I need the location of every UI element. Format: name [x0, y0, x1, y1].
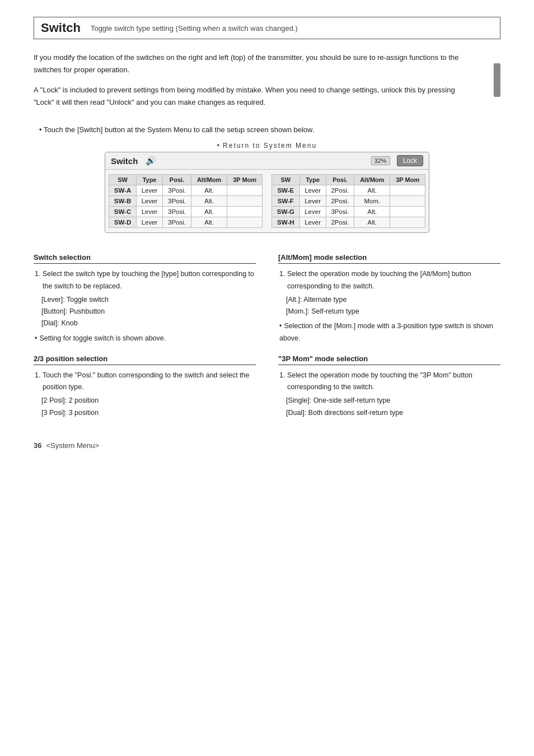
- col-header-3pmom-r: 3P Mom: [390, 175, 425, 185]
- altmom-section: [Alt/Mom] mode selection Select the oper…: [278, 253, 500, 344]
- sw-sel-button: [Button]: Pushbutton: [34, 306, 256, 318]
- screen-diagram-wrapper: Return to System Menu Switch 🔊 32% Lock …: [34, 142, 500, 233]
- type-cell[interactable]: Lever: [299, 196, 326, 207]
- intro-para-2: A "Lock" is included to prevent settings…: [34, 84, 471, 109]
- return-label: Return to System Menu: [105, 142, 429, 150]
- sw-sel-item-1: Select the switch type by touching the […: [43, 268, 256, 292]
- sw-cell: SW-E: [272, 185, 300, 196]
- pos-sel-3posi: [3 Posi]: 3 position: [34, 407, 256, 419]
- col-header-3pmom-l: 3P Mom: [227, 175, 263, 185]
- sw-cell: SW-C: [109, 207, 137, 217]
- altmom-alt: [Alt.]: Alternate type: [278, 294, 500, 306]
- right-table: SW Type Posi. Alt/Mom 3P Mom SW-E Lever …: [271, 174, 425, 228]
- type-cell[interactable]: Lever: [299, 207, 326, 217]
- page-description: Toggle switch type setting (Setting when…: [91, 24, 298, 32]
- posi-cell[interactable]: 3Posi.: [163, 185, 191, 196]
- switch-selection-section: Switch selection Select the switch type …: [34, 253, 256, 344]
- 3pmom-cell[interactable]: [227, 196, 263, 207]
- sw-cell: SW-A: [109, 185, 137, 196]
- sw-sel-lever: [Lever]: Toggle switch: [34, 294, 256, 306]
- col-header-sw-l: SW: [109, 175, 137, 185]
- altmom-cell[interactable]: Alt.: [191, 217, 227, 228]
- intro-left: If you modify the location of the switch…: [34, 52, 471, 109]
- switch-ui: Switch 🔊 32% Lock SW Type Posi.: [105, 152, 429, 233]
- type-cell[interactable]: Lever: [299, 217, 326, 228]
- altmom-cell[interactable]: Mom.: [354, 196, 390, 207]
- table-row: SW-E Lever 2Posi. Alt.: [272, 185, 425, 196]
- 3pmom-cell[interactable]: [390, 217, 425, 228]
- posi-cell[interactable]: 3Posi.: [326, 207, 354, 217]
- table-row: SW-H Lever 2Posi. Alt.: [272, 217, 425, 228]
- 3pmom-cell[interactable]: [227, 185, 263, 196]
- altmom-item-1: Select the operation mode by touching th…: [287, 268, 500, 292]
- sw-cell: SW-G: [272, 207, 300, 217]
- table-row: SW-D Lever 3Posi. Alt.: [109, 217, 263, 228]
- type-cell[interactable]: Lever: [137, 185, 163, 196]
- col-header-type-l: Type: [137, 175, 163, 185]
- 3pmom-single: [Single]: One-side self-return type: [278, 395, 500, 407]
- 3pmom-cell[interactable]: [390, 185, 425, 196]
- pos-sel-item-1: Touch the "Posi." button corresponding t…: [43, 370, 256, 394]
- 3pmom-cell[interactable]: [390, 207, 425, 217]
- sw-cell: SW-H: [272, 217, 300, 228]
- altmom-cell[interactable]: Alt.: [354, 185, 390, 196]
- left-table: SW Type Posi. Alt/Mom 3P Mom SW-A Lever …: [109, 174, 263, 228]
- page-header: Switch Toggle switch type setting (Setti…: [34, 17, 500, 39]
- 3pmom-cell[interactable]: [227, 207, 263, 217]
- sw-cell: SW-D: [109, 217, 137, 228]
- instruction-text: Touch the [Switch] button at the System …: [34, 125, 500, 134]
- posi-cell[interactable]: 2Posi.: [326, 196, 354, 207]
- switch-ui-title: Switch: [111, 156, 138, 166]
- switch-selection-title: Switch selection: [34, 253, 256, 264]
- speaker-icon: 🔊: [146, 156, 156, 166]
- col-header-altmom-r: Alt/Mom: [354, 175, 390, 185]
- altmom-cell[interactable]: Alt.: [354, 217, 390, 228]
- sw-cell: SW-B: [109, 196, 137, 207]
- sw-cell: SW-F: [272, 196, 300, 207]
- col-header-posi-r: Posi.: [326, 175, 354, 185]
- altmom-cell[interactable]: Alt.: [191, 196, 227, 207]
- lock-button[interactable]: Lock: [397, 155, 423, 166]
- sidebar-indicator: [494, 52, 500, 109]
- type-cell[interactable]: Lever: [299, 185, 326, 196]
- posi-cell[interactable]: 2Posi.: [326, 217, 354, 228]
- posi-cell[interactable]: 3Posi.: [163, 217, 191, 228]
- type-cell[interactable]: Lever: [137, 207, 163, 217]
- altmom-title: [Alt/Mom] mode selection: [278, 253, 500, 264]
- sw-sel-dial: [Dial]: Knob: [34, 318, 256, 329]
- switch-selection-body: Select the switch type by touching the […: [34, 268, 256, 344]
- switch-ui-header: Switch 🔊 32% Lock: [105, 152, 429, 170]
- 3pmom-body: Select the operation mode by touching th…: [278, 370, 500, 419]
- 3pmom-dual: [Dual]: Both directions self-return type: [278, 407, 500, 419]
- table-row: SW-G Lever 3Posi. Alt.: [272, 207, 425, 217]
- altmom-cell[interactable]: Alt.: [191, 185, 227, 196]
- page-number: 36: [34, 441, 41, 450]
- posi-cell[interactable]: 3Posi.: [163, 196, 191, 207]
- table-row: SW-A Lever 3Posi. Alt.: [109, 185, 263, 196]
- bottom-right-col: [Alt/Mom] mode selection Select the oper…: [278, 253, 500, 419]
- footer-section-label: <System Menu>: [46, 441, 99, 450]
- table-row: SW-F Lever 2Posi. Mom.: [272, 196, 425, 207]
- col-header-posi-l: Posi.: [163, 175, 191, 185]
- page-title: Switch: [41, 21, 81, 35]
- 3pmom-cell[interactable]: [390, 196, 425, 207]
- posi-cell[interactable]: 2Posi.: [326, 185, 354, 196]
- sidebar-tab: [494, 63, 500, 97]
- 3pmom-cell[interactable]: [227, 217, 263, 228]
- altmom-cell[interactable]: Alt.: [191, 207, 227, 217]
- switch-tables: SW Type Posi. Alt/Mom 3P Mom SW-A Lever …: [105, 170, 429, 232]
- table-row: SW-C Lever 3Posi. Alt.: [109, 207, 263, 217]
- battery-indicator: 32%: [371, 156, 390, 165]
- altmom-cell[interactable]: Alt.: [354, 207, 390, 217]
- col-header-sw-r: SW: [272, 175, 300, 185]
- bottom-sections: Switch selection Select the switch type …: [34, 253, 500, 419]
- position-selection-title: 2/3 position selection: [34, 354, 256, 365]
- posi-cell[interactable]: 3Posi.: [163, 207, 191, 217]
- type-cell[interactable]: Lever: [137, 196, 163, 207]
- switch-table-right: SW Type Posi. Alt/Mom 3P Mom SW-E Lever …: [271, 174, 425, 228]
- altmom-mom: [Mom.]: Self-return type: [278, 306, 500, 318]
- bottom-left-col: Switch selection Select the switch type …: [34, 253, 256, 419]
- type-cell[interactable]: Lever: [137, 217, 163, 228]
- altmom-bullet: Selection of the [Mom.] mode with a 3-po…: [278, 320, 500, 344]
- sw-sel-bullet: Setting for toggle switch is shown above…: [34, 333, 256, 344]
